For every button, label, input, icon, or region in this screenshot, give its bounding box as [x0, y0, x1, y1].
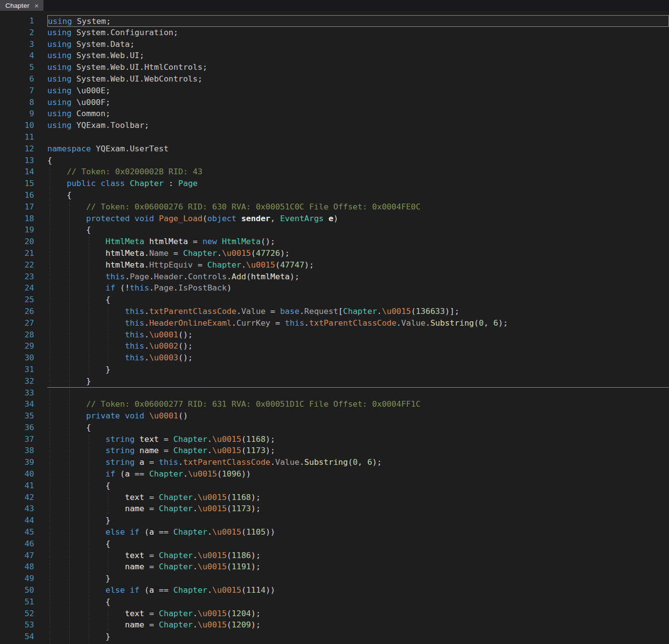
line-number: 43: [0, 503, 47, 515]
code-line-29[interactable]: 29 this.\u0002();: [0, 340, 669, 352]
code-line-33[interactable]: 33: [0, 387, 669, 399]
code-line-45[interactable]: 45 else if (a == Chapter.\u0015(1105)): [0, 526, 669, 538]
code-line-9[interactable]: 9using Common;: [0, 108, 669, 120]
close-icon[interactable]: ×: [34, 2, 39, 9]
code-line-37[interactable]: 37 string text = Chapter.\u0015(1168);: [0, 434, 669, 445]
code-text: using \u000E;: [47, 85, 669, 97]
code-line-4[interactable]: 4using System.Web.UI;: [0, 50, 669, 62]
code-line-17[interactable]: 17 // Token: 0x06000276 RID: 630 RVA: 0x…: [0, 201, 669, 213]
line-number: 44: [0, 515, 47, 526]
code-line-13[interactable]: 13{: [0, 155, 669, 166]
code-text: name = Chapter.\u0015(1173);: [47, 503, 669, 515]
code-line-7[interactable]: 7using \u000E;: [0, 85, 669, 97]
code-text: {: [47, 189, 669, 201]
code-text: else if (a == Chapter.\u0015(1114)): [47, 584, 669, 596]
line-number: 32: [0, 375, 47, 387]
line-number: 14: [0, 166, 47, 178]
line-number: 13: [0, 155, 47, 166]
code-line-19[interactable]: 19 {: [0, 224, 669, 236]
code-line-6[interactable]: 6using System.Web.UI.WebControls;: [0, 73, 669, 85]
code-line-40[interactable]: 40 if (a == Chapter.\u0015(1096)): [0, 468, 669, 480]
code-text: {: [47, 480, 669, 492]
code-line-28[interactable]: 28 this.\u0001();: [0, 329, 669, 341]
code-line-12[interactable]: 12namespace YQExam.UserTest: [0, 143, 669, 155]
line-number: 28: [0, 329, 47, 341]
code-line-38[interactable]: 38 string name = Chapter.\u0015(1173);: [0, 445, 669, 457]
code-line-16[interactable]: 16 {: [0, 189, 669, 201]
code-text: name = Chapter.\u0015(1209);: [47, 619, 669, 631]
code-line-22[interactable]: 22 htmlMeta.HttpEquiv = Chapter.\u0015(4…: [0, 259, 669, 271]
code-line-31[interactable]: 31 }: [0, 364, 669, 375]
code-line-10[interactable]: 10using YQExam.Toolbar;: [0, 120, 669, 131]
line-number: 10: [0, 120, 47, 131]
code-line-30[interactable]: 30 this.\u0003();: [0, 352, 669, 364]
code-text: using System.Web.UI.WebControls;: [47, 73, 669, 85]
code-text: string a = this.txtParentClassCode.Value…: [47, 457, 669, 468]
code-line-2[interactable]: 2using System.Configuration;: [0, 27, 669, 39]
code-line-8[interactable]: 8using \u000F;: [0, 97, 669, 108]
code-line-23[interactable]: 23 this.Page.Header.Controls.Add(htmlMet…: [0, 271, 669, 283]
code-line-48[interactable]: 48 name = Chapter.\u0015(1191);: [0, 561, 669, 573]
line-number: 20: [0, 236, 47, 248]
code-line-50[interactable]: 50 else if (a == Chapter.\u0015(1114)): [0, 584, 669, 596]
code-line-21[interactable]: 21 htmlMeta.Name = Chapter.\u0015(47726)…: [0, 248, 669, 259]
code-text: using YQExam.Toolbar;: [47, 120, 669, 131]
code-text: text = Chapter.\u0015(1204);: [47, 608, 669, 620]
code-line-39[interactable]: 39 string a = this.txtParentClassCode.Va…: [0, 457, 669, 468]
code-editor[interactable]: 1using System;2using System.Configuratio…: [0, 11, 669, 644]
code-text: }: [47, 375, 669, 387]
code-text: private void \u0001(): [47, 410, 669, 422]
line-number: 45: [0, 526, 47, 538]
code-line-51[interactable]: 51 {: [0, 596, 669, 608]
code-line-25[interactable]: 25 {: [0, 294, 669, 306]
code-line-14[interactable]: 14 // Token: 0x0200002B RID: 43: [0, 166, 669, 178]
code-line-52[interactable]: 52 text = Chapter.\u0015(1204);: [0, 608, 669, 620]
line-number: 3: [0, 39, 47, 50]
tab-bar: Chapter ×: [0, 0, 669, 11]
code-line-27[interactable]: 27 this.HeaderOnlineExaml.CurrKey = this…: [0, 317, 669, 329]
code-line-54[interactable]: 54 }: [0, 631, 669, 643]
code-line-35[interactable]: 35 private void \u0001(): [0, 410, 669, 422]
code-text: {: [47, 155, 669, 166]
code-line-1[interactable]: 1using System;: [0, 15, 669, 27]
line-number: 7: [0, 85, 47, 97]
code-line-34[interactable]: 34 // Token: 0x06000277 RID: 631 RVA: 0x…: [0, 398, 669, 410]
code-text: {: [47, 422, 669, 434]
code-text: {: [47, 538, 669, 550]
code-line-5[interactable]: 5using System.Web.UI.HtmlControls;: [0, 62, 669, 73]
line-number: 46: [0, 538, 47, 550]
line-number: 53: [0, 619, 47, 631]
code-line-43[interactable]: 43 name = Chapter.\u0015(1173);: [0, 503, 669, 515]
code-line-36[interactable]: 36 {: [0, 422, 669, 434]
code-line-53[interactable]: 53 name = Chapter.\u0015(1209);: [0, 619, 669, 631]
code-line-11[interactable]: 11: [0, 131, 669, 143]
line-number: 36: [0, 422, 47, 434]
code-line-44[interactable]: 44 }: [0, 515, 669, 526]
code-line-3[interactable]: 3using System.Data;: [0, 39, 669, 50]
code-line-15[interactable]: 15 public class Chapter : Page: [0, 178, 669, 189]
line-number: 5: [0, 62, 47, 73]
tab-chapter[interactable]: Chapter ×: [0, 0, 43, 11]
code-line-32[interactable]: 32 }: [0, 375, 669, 387]
code-line-26[interactable]: 26 this.txtParentClassCode.Value = base.…: [0, 306, 669, 317]
code-line-46[interactable]: 46 {: [0, 538, 669, 550]
line-number: 15: [0, 178, 47, 189]
code-text: else if (a == Chapter.\u0015(1105)): [47, 526, 669, 538]
code-line-24[interactable]: 24 if (!this.Page.IsPostBack): [0, 282, 669, 294]
tab-title: Chapter: [5, 2, 29, 9]
line-number: 52: [0, 608, 47, 620]
code-text: using System.Data;: [47, 39, 669, 50]
code-text: }: [47, 364, 669, 375]
code-line-20[interactable]: 20 HtmlMeta htmlMeta = new HtmlMeta();: [0, 236, 669, 248]
code-text: if (!this.Page.IsPostBack): [47, 282, 669, 294]
line-number: 11: [0, 131, 47, 143]
code-line-41[interactable]: 41 {: [0, 480, 669, 492]
code-line-49[interactable]: 49 }: [0, 573, 669, 584]
code-line-18[interactable]: 18 protected void Page_Load(object sende…: [0, 213, 669, 225]
line-number: 17: [0, 201, 47, 213]
code-line-42[interactable]: 42 text = Chapter.\u0015(1168);: [0, 492, 669, 503]
line-number: 41: [0, 480, 47, 492]
line-number: 25: [0, 294, 47, 306]
code-text: using \u000F;: [47, 97, 669, 108]
code-line-47[interactable]: 47 text = Chapter.\u0015(1186);: [0, 550, 669, 561]
